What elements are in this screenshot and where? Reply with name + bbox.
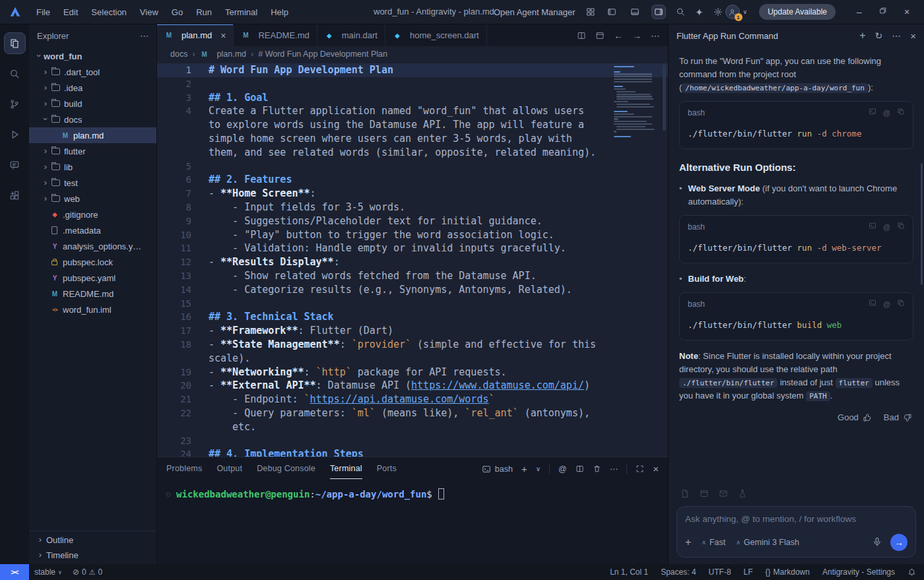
tab-plan-md[interactable]: Mplan.md× xyxy=(157,24,234,46)
breadcrumb-item[interactable]: plan.md xyxy=(217,49,246,59)
terminal-dropdown-icon[interactable]: ∨ xyxy=(536,465,541,472)
mode-selector[interactable]: ∧ Fast xyxy=(702,538,725,547)
tree-item--gitignore[interactable]: ◆.gitignore xyxy=(29,207,156,222)
navigate-back-icon[interactable]: ← xyxy=(614,30,623,41)
tree-item-test[interactable]: ›test xyxy=(29,175,156,191)
chat-composer[interactable]: + ∧ Fast ∧ Gemini 3 Flash → xyxy=(676,506,916,558)
more-actions-icon[interactable]: ⋯ xyxy=(892,30,901,41)
eol-sequence[interactable]: LF xyxy=(744,567,753,577)
menu-file[interactable]: File xyxy=(30,5,56,20)
mic-icon[interactable] xyxy=(872,536,882,549)
terminal-icon[interactable] xyxy=(869,299,876,307)
editor-line[interactable]: 6## 2. Features xyxy=(157,173,668,187)
tree-item-pubspec-yaml[interactable]: Ypubspec.yaml xyxy=(29,270,156,286)
tab-main-dart[interactable]: ◆main.dart xyxy=(317,24,385,46)
editor-line[interactable]: 24## 4. Implementation Steps xyxy=(157,447,668,457)
editor-line[interactable]: 10 - "Play" button to trigger the word a… xyxy=(157,228,668,242)
editor-line[interactable]: 15 xyxy=(157,297,668,311)
window-icon[interactable] xyxy=(595,31,605,40)
editor-line[interactable]: 9 - Suggestions/Placeholder text for ini… xyxy=(157,214,668,228)
open-agent-manager-button[interactable]: Open Agent Manager xyxy=(494,7,576,17)
search-icon[interactable] xyxy=(676,7,685,16)
more-actions-icon[interactable]: ⋯ xyxy=(651,30,660,41)
terminal[interactable]: ○ wickedbadweather@penguin:~/app-a-day/w… xyxy=(157,480,668,564)
new-terminal-icon[interactable]: + xyxy=(521,463,527,474)
account-menu[interactable]: 1 ∨ xyxy=(725,5,748,19)
tree-item-docs[interactable]: ›docs xyxy=(29,112,156,127)
close-panel-icon[interactable]: × xyxy=(910,30,916,42)
close-window-button[interactable]: × xyxy=(895,7,919,17)
editor-line[interactable]: 17- **Framework**: Flutter (Dart) xyxy=(157,324,668,338)
tree-item-lib[interactable]: ›lib xyxy=(29,159,156,175)
editor-line[interactable]: them, and see related words (similar, op… xyxy=(157,146,668,160)
at-mention-icon[interactable]: @ xyxy=(883,222,890,233)
editor-line[interactable]: 19- **Networking**: `http` package for A… xyxy=(157,366,668,379)
tree-item--dart-tool[interactable]: ›.dart_tool xyxy=(29,64,156,80)
flask-icon[interactable] xyxy=(738,489,747,498)
tree-item-readme-md[interactable]: MREADME.md xyxy=(29,286,156,302)
panel-tab-problems[interactable]: Problems xyxy=(166,459,202,479)
model-selector[interactable]: ∧ Gemini 3 Flash xyxy=(736,538,799,547)
panel-tab-debug-console[interactable]: Debug Console xyxy=(257,459,315,479)
menu-run[interactable]: Run xyxy=(190,5,218,20)
editor-line[interactable]: 20- **External API**: Datamuse API (http… xyxy=(157,379,668,393)
minimize-button[interactable]: – xyxy=(847,7,871,17)
tree-item-build[interactable]: ›build xyxy=(29,96,156,112)
gear-icon[interactable] xyxy=(713,7,723,16)
activity-files-icon[interactable] xyxy=(4,32,26,54)
shell-selector[interactable]: bash xyxy=(482,465,513,474)
close-panel-icon[interactable]: × xyxy=(653,463,659,474)
bad-feedback-button[interactable]: Bad xyxy=(884,411,912,424)
more-actions-icon[interactable]: ⋯ xyxy=(610,464,618,474)
editor-line[interactable]: 2 xyxy=(157,77,668,91)
menu-terminal[interactable]: Terminal xyxy=(219,5,263,20)
activity-extensions-icon[interactable] xyxy=(4,184,26,206)
copy-icon[interactable] xyxy=(897,299,905,307)
problems-indicator[interactable]: ⊘ 0 ⚠ 0 xyxy=(67,567,108,577)
editor-line[interactable]: 12- **Results Display**: xyxy=(157,255,668,269)
editor-line[interactable]: 11 - Validation: Handle empty or invalid… xyxy=(157,242,668,255)
cursor-position[interactable]: Ln 1, Col 1 xyxy=(610,567,648,577)
tree-item-web[interactable]: ›web xyxy=(29,191,156,207)
toggle-secondary-sidebar-icon-box[interactable] xyxy=(651,5,666,19)
tree-item--idea[interactable]: ›.idea xyxy=(29,80,156,96)
at-mention-icon[interactable]: @ xyxy=(883,108,890,119)
maximize-panel-icon[interactable] xyxy=(636,465,644,473)
at-mention-icon[interactable]: @ xyxy=(883,299,890,310)
activity-run-debug-icon[interactable] xyxy=(4,123,26,145)
split-editor-icon[interactable] xyxy=(576,465,584,473)
at-mention-icon[interactable]: @ xyxy=(558,465,567,474)
scrollbar-thumb[interactable] xyxy=(921,163,923,285)
copy-icon[interactable] xyxy=(897,222,905,230)
menu-edit[interactable]: Edit xyxy=(57,5,84,20)
panel-tab-terminal[interactable]: Terminal xyxy=(330,459,362,479)
editor-line[interactable]: 18- **State Management**: `provider` (si… xyxy=(157,338,668,352)
terminal-icon[interactable] xyxy=(869,222,876,230)
tab-home-screen-dart[interactable]: ◆home_screen.dart xyxy=(385,24,487,46)
gemini-icon[interactable] xyxy=(695,8,704,16)
indentation[interactable]: Spaces: 4 xyxy=(661,567,696,577)
editor-line[interactable]: 8 - Input fields for 3-5 words. xyxy=(157,201,668,214)
editor-line[interactable]: 4Create a Flutter application named "wor… xyxy=(157,104,668,118)
panel-tab-output[interactable]: Output xyxy=(216,459,242,479)
copy-icon[interactable] xyxy=(897,108,905,115)
update-available-button[interactable]: Update Available xyxy=(759,4,836,20)
editor-line[interactable]: 7- **Home Screen**: xyxy=(157,187,668,201)
tree-item-word-fun-iml[interactable]: <>word_fun.iml xyxy=(29,302,156,317)
more-actions-icon[interactable]: ⋯ xyxy=(140,31,148,41)
editor-line[interactable]: 23 xyxy=(157,434,668,448)
editor-line[interactable]: 13 - Show related words fetched from the… xyxy=(157,269,668,283)
editor-line[interactable]: 14 - Categorize results (e.g., Synonyms,… xyxy=(157,283,668,297)
split-editor-icon[interactable] xyxy=(577,31,586,40)
tree-item-flutter[interactable]: ›flutter xyxy=(29,143,156,159)
minimap[interactable] xyxy=(614,66,657,139)
tree-item-pubspec-lock[interactable]: pubspec.lock xyxy=(29,254,156,270)
language-mode[interactable]: {} Markdown xyxy=(766,567,810,577)
tab-readme-md[interactable]: MREADME.md xyxy=(234,24,317,46)
editor-scrollbar[interactable] xyxy=(663,65,666,131)
editor-line[interactable]: simple home screen where users can enter… xyxy=(157,132,668,146)
chat-input[interactable] xyxy=(685,514,908,524)
tree-item-word-fun[interactable]: ›word_fun xyxy=(29,48,156,64)
activity-search-icon[interactable] xyxy=(4,63,26,84)
activity-source-control-icon[interactable] xyxy=(4,93,26,115)
